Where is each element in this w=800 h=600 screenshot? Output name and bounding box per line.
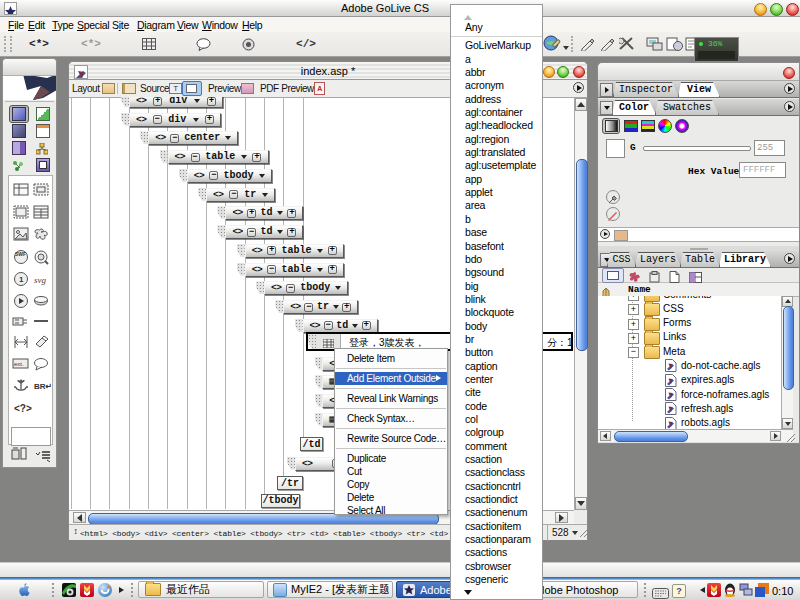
svg-text:BR↵: BR↵ — [34, 382, 52, 391]
svg-text:1: 1 — [19, 275, 24, 284]
svg-text:ext.: ext. — [14, 361, 24, 367]
svg-text:SWF: SWF — [15, 251, 26, 257]
svg-text:<?>: <?> — [14, 403, 32, 414]
svg-text:svg: svg — [34, 275, 46, 285]
